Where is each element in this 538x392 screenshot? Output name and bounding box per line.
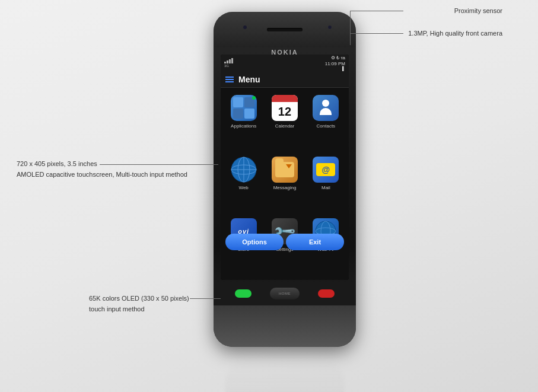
web-icon bbox=[231, 157, 257, 183]
app-label-contacts: Contacts bbox=[317, 123, 336, 129]
signal-bar-4 bbox=[231, 58, 233, 63]
oled-spec-line2: touch input method bbox=[89, 304, 189, 315]
battery-icon: ▌ bbox=[325, 66, 345, 71]
signal-bars bbox=[224, 58, 233, 63]
status-left: 3G bbox=[224, 58, 233, 68]
phone-bottom-section: HOME bbox=[214, 282, 356, 347]
mail-icon: @ bbox=[313, 157, 339, 183]
menu-line-1 bbox=[225, 77, 234, 78]
app-item-applications[interactable]: Applications bbox=[223, 91, 264, 153]
bottom-controls-strip: HOME bbox=[214, 282, 356, 305]
app-label-messaging: Messaging bbox=[273, 185, 297, 190]
exit-button[interactable]: Exit bbox=[286, 234, 344, 250]
globe-svg bbox=[231, 157, 257, 183]
menu-hamburger-icon bbox=[225, 77, 234, 82]
app-tile-1 bbox=[233, 97, 243, 107]
menu-header: Menu bbox=[221, 71, 349, 88]
status-icons: ⚙ ₺ τa bbox=[325, 55, 345, 60]
app-label-calendar: Calendar bbox=[275, 123, 294, 129]
signal-bar-2 bbox=[227, 60, 228, 63]
phone-body: NOKIA 3G ⚙ ₺ τa bbox=[214, 12, 356, 347]
folder-tab bbox=[275, 158, 284, 163]
contacts-icon bbox=[313, 95, 339, 121]
status-bar: 3G ⚙ ₺ τa 11:09 PM ▌ bbox=[221, 55, 349, 71]
proximity-sensor-dot bbox=[243, 26, 247, 29]
proximity-leader-v bbox=[350, 11, 351, 33]
at-symbol: @ bbox=[322, 165, 330, 174]
phone-device: NOKIA 3G ⚙ ₺ τa bbox=[214, 12, 356, 362]
oled-annotation: 65K colors OLED (330 x 50 pixels) touch … bbox=[89, 294, 189, 314]
status-right: ⚙ ₺ τa 11:09 PM ▌ bbox=[325, 55, 345, 71]
camera-leader-v bbox=[350, 33, 351, 45]
call-red-button[interactable] bbox=[318, 289, 335, 298]
app-tile-3 bbox=[233, 109, 243, 119]
folder-shape bbox=[275, 162, 294, 177]
menu-title: Menu bbox=[238, 75, 260, 84]
bottom-action-buttons: Options Exit bbox=[221, 234, 349, 250]
signal-bar-3 bbox=[229, 59, 231, 63]
signal-bar-1 bbox=[224, 62, 226, 63]
camera-leader-h bbox=[350, 33, 403, 34]
screen-annotation: 720 x 405 pixels, 3.5 inches AMOLED capa… bbox=[17, 159, 187, 180]
phone-screen: 3G ⚙ ₺ τa 11:09 PM ▌ Menu bbox=[221, 55, 349, 280]
screen-spec-line2: AMOLED capacitive touchscreen, Multi-tou… bbox=[17, 170, 187, 180]
front-camera-dot bbox=[327, 25, 332, 30]
applications-icon bbox=[231, 95, 257, 121]
menu-line-2 bbox=[225, 79, 234, 80]
calendar-icon: 12 bbox=[272, 95, 298, 121]
notification-dot bbox=[252, 96, 256, 100]
phone-speaker bbox=[267, 28, 303, 31]
person-silhouette bbox=[317, 100, 334, 116]
app-label-mail: Mail bbox=[321, 185, 330, 190]
app-tile-4 bbox=[244, 109, 254, 119]
messaging-icon bbox=[272, 157, 298, 183]
app-item-contacts[interactable]: Contacts bbox=[305, 91, 346, 153]
app-item-web[interactable]: Web bbox=[223, 153, 264, 215]
options-button[interactable]: Options bbox=[225, 234, 284, 250]
proximity-leader-h bbox=[350, 11, 403, 11]
phone-chin bbox=[214, 305, 356, 347]
home-button[interactable]: HOME bbox=[270, 288, 300, 299]
app-label-applications: Applications bbox=[231, 123, 256, 129]
camera-label: 1.3MP, High quality front camera bbox=[408, 30, 502, 37]
app-label-web: Web bbox=[239, 185, 249, 190]
mail-shape: @ bbox=[316, 163, 335, 176]
phone-top bbox=[214, 12, 356, 47]
person-head bbox=[322, 100, 329, 107]
screen-leader-h bbox=[100, 164, 218, 165]
signal-label: 3G bbox=[224, 64, 233, 68]
app-item-calendar[interactable]: 12 Calendar bbox=[264, 91, 305, 153]
menu-line-3 bbox=[225, 81, 234, 82]
app-item-mail[interactable]: @ Mail bbox=[305, 153, 346, 215]
oled-leader-h bbox=[190, 298, 221, 299]
oled-spec-line1: 65K colors OLED (330 x 50 pixels) bbox=[89, 294, 189, 304]
app-grid: Applications 12 Calendar bbox=[221, 88, 349, 280]
phone-reflection bbox=[225, 362, 344, 392]
proximity-sensor-annotation: Proximity sensor bbox=[454, 6, 502, 16]
call-green-button[interactable] bbox=[235, 289, 252, 298]
screen-content: 3G ⚙ ₺ τa 11:09 PM ▌ Menu bbox=[221, 55, 349, 280]
app-item-messaging[interactable]: Messaging bbox=[264, 153, 305, 215]
proximity-sensor-label: Proximity sensor bbox=[454, 7, 502, 14]
calendar-date: 12 bbox=[278, 102, 291, 121]
folder-arrow bbox=[286, 164, 292, 168]
camera-annotation: 1.3MP, High quality front camera bbox=[408, 28, 502, 39]
status-time: 11:09 PM bbox=[325, 61, 345, 66]
person-body bbox=[320, 108, 332, 115]
calendar-month-header bbox=[272, 95, 298, 102]
